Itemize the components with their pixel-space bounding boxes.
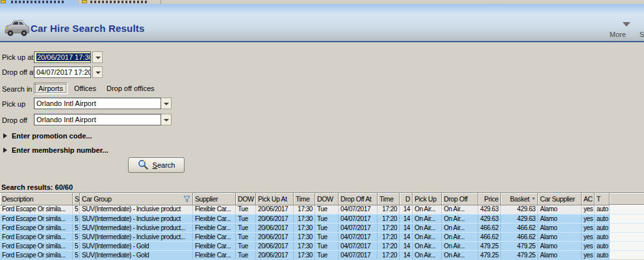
table-cell: Tue	[315, 205, 339, 214]
table-row[interactable]: Ford Escape Or simila...5SUV(Intermediat…	[0, 241, 644, 250]
table-cell: 429.63	[501, 205, 538, 214]
table-cell: Ford Escape Or simila...	[0, 251, 73, 259]
table-cell: On Air...	[413, 233, 442, 241]
chevron-down-icon[interactable]	[623, 22, 630, 27]
search-in-option-offices[interactable]: Offices	[70, 83, 100, 94]
table-cell: On Air...	[413, 251, 442, 259]
column-header-d[interactable]: D	[400, 193, 413, 205]
row-filler	[610, 242, 644, 250]
more-options-label-clipped[interactable]: S	[639, 31, 644, 38]
table-cell: 17:20	[378, 242, 400, 250]
column-header-time[interactable]: Time	[294, 193, 315, 205]
search-button[interactable]: Search	[128, 157, 185, 173]
table-cell: 17:20	[378, 205, 400, 214]
pickup-at-label: Pick up at	[2, 53, 33, 61]
dropoff-at-combo: 04/07/2017 17:20	[34, 66, 103, 78]
pickup-input[interactable]: Orlando Intl Airport	[34, 98, 161, 109]
tab-label-clipped	[90, 1, 149, 3]
car-icon	[4, 17, 30, 42]
header-filler	[610, 193, 644, 205]
table-cell: 17:30	[294, 251, 315, 259]
table-cell: On Air...	[413, 214, 442, 223]
pickup-at-input[interactable]: 20/06/2017 17:30	[34, 51, 91, 63]
car-hire-search-window: Car Hire Search Results More S Pick up a…	[0, 0, 644, 260]
column-header-drop-off[interactable]: Drop Off	[442, 193, 478, 205]
table-cell: On Air...	[442, 242, 478, 250]
dropoff-input[interactable]: Orlando Intl Airport	[34, 114, 161, 125]
table-cell: 17:20	[378, 214, 400, 223]
table-cell: yes	[582, 224, 595, 232]
pickup-at-selected-text: 20/06/2017 17:30	[36, 53, 91, 61]
table-cell: 429.63	[501, 214, 538, 223]
column-header-time[interactable]: Time	[378, 193, 400, 205]
search-in-option-dropoff-offices[interactable]: Drop off offices	[103, 83, 159, 94]
column-header-car-group[interactable]: Car Group	[80, 193, 193, 205]
column-header-s[interactable]: S	[73, 193, 80, 205]
table-cell: 479.25	[501, 242, 538, 250]
pickup-dropdown-button[interactable]	[161, 98, 172, 109]
expander-arrow-icon	[3, 133, 7, 138]
column-header-pick-up-at[interactable]: Pick Up At	[256, 193, 294, 205]
table-cell: 04/07/2017	[339, 205, 378, 214]
dropoff-at-dropdown-button[interactable]	[92, 66, 103, 78]
dropoff-at-input[interactable]: 04/07/2017 17:20	[34, 66, 91, 78]
table-cell: Flexible Car...	[193, 233, 236, 241]
pickup-at-dropdown-button[interactable]	[92, 51, 103, 63]
table-cell: Alamo	[538, 242, 582, 250]
column-header-ac[interactable]: AC	[582, 193, 595, 205]
table-cell: 14	[400, 251, 413, 259]
column-header-supplier[interactable]: Supplier	[193, 193, 236, 205]
dropoff-dropdown-button[interactable]	[161, 114, 172, 125]
table-cell: Alamo	[538, 214, 582, 223]
search-button-label: Search	[153, 161, 175, 169]
table-cell: Tue	[236, 224, 256, 232]
table-row[interactable]: Ford Escape Or simila...5SUV(Intermediat…	[0, 223, 644, 232]
table-cell: yes	[582, 251, 595, 259]
table-row[interactable]: Ford Escape Or simila...5SUV(Intermediat…	[0, 250, 644, 259]
page-title: Car Hire Search Results	[31, 23, 145, 34]
table-cell: 5	[73, 251, 80, 259]
column-header-dow[interactable]: DOW	[315, 193, 339, 205]
table-cell: 14	[400, 233, 413, 241]
promotion-code-expander[interactable]: Enter promotion code...	[3, 132, 92, 140]
table-cell: 429.63	[478, 205, 501, 214]
table-cell: 17:20	[378, 251, 400, 259]
table-cell: Tue	[236, 233, 256, 241]
row-filler	[610, 214, 644, 223]
table-cell: Tue	[315, 214, 339, 223]
column-header-price[interactable]: Price	[478, 193, 501, 205]
table-cell: Alamo	[538, 233, 582, 241]
table-row[interactable]: Ford Escape Or simila...5SUV(Intermediat…	[0, 232, 644, 241]
column-header-description[interactable]: Description	[0, 193, 73, 205]
table-cell: 04/07/2017	[339, 242, 378, 250]
column-header-dow[interactable]: DOW	[236, 193, 256, 205]
header-divider	[0, 41, 644, 42]
table-row[interactable]: Ford Escape Or simila...5SUV(Intermediat…	[0, 214, 644, 223]
search-in-option-airports[interactable]: Airports	[34, 83, 68, 94]
table-cell: 466.62	[478, 233, 501, 241]
more-options-label[interactable]: More	[610, 31, 626, 38]
column-header-drop-off-at[interactable]: Drop Off At	[339, 193, 378, 205]
table-cell: On Air...	[442, 233, 478, 241]
column-header-t[interactable]: T	[595, 193, 610, 205]
filter-funnel-icon[interactable]	[183, 196, 190, 204]
column-header-car-supplier[interactable]: Car Supplier	[538, 193, 582, 205]
table-cell: 17:30	[294, 214, 315, 223]
results-table: DescriptionSCar GroupSupplierDOWPick Up …	[0, 192, 644, 259]
table-cell: SUV(Intermediate) - Gold	[80, 251, 193, 259]
column-header-basket[interactable]: Basket▼	[501, 193, 538, 205]
results-summary: Search results: 60/60	[1, 183, 73, 191]
table-cell: yes	[582, 205, 595, 214]
table-row[interactable]: Ford Escape Or simila...5SUV(Intermediat…	[0, 205, 644, 214]
table-cell: 429.63	[478, 214, 501, 223]
pickup-combo: Orlando Intl Airport	[34, 98, 172, 109]
table-cell: auto	[595, 214, 610, 223]
table-cell: 20/06/2017	[256, 242, 294, 250]
table-cell: Tue	[315, 233, 339, 241]
tab-label-clipped	[11, 1, 66, 3]
membership-number-expander[interactable]: Enter membership number...	[3, 146, 109, 154]
dropoff-at-label: Drop off at	[2, 68, 35, 76]
column-header-pick-up[interactable]: Pick Up	[413, 193, 442, 205]
table-cell: SUV(Intermediate) - Inclusive product...	[80, 233, 193, 241]
table-cell: 5	[73, 242, 80, 250]
